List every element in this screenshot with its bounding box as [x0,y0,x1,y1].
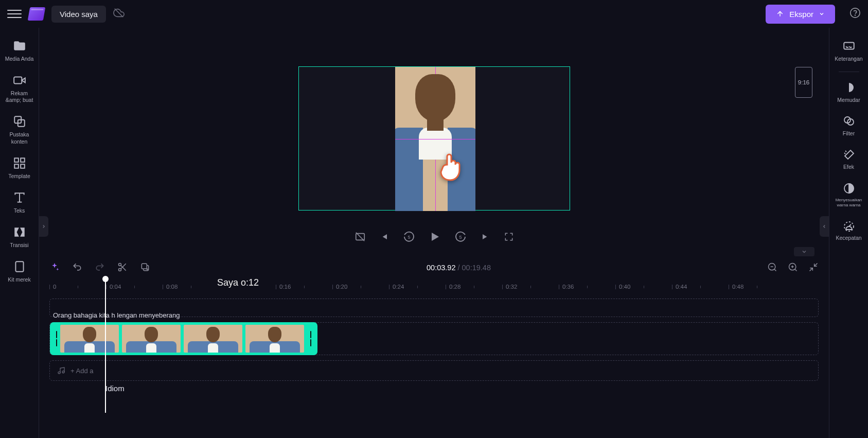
help-button[interactable] [849,7,861,21]
svg-rect-13 [15,261,23,272]
timeline-ruler[interactable]: 00:040:080:160:200:240:280:320:360:400:4… [49,279,819,294]
idiom-overlay-text: Idiom [105,384,125,393]
svg-line-35 [774,269,776,271]
export-button[interactable]: Ekspor [766,5,835,24]
sidebar-item-label: Media Anda [5,56,33,62]
ruler-tick: 0:40 [615,279,630,294]
fullscreen-button[interactable] [504,232,514,242]
rsidebar-item-captions[interactable]: Keterangan [829,35,868,66]
rsidebar-item-speed[interactable]: Kecepatan [829,215,868,246]
total-time: 00:19.48 [462,264,491,272]
clip-thumbnail [184,325,242,353]
svg-point-28 [119,268,121,271]
svg-point-44 [62,371,64,373]
ruler-minor-tick [530,279,531,294]
ruler-tick: 0:24 [389,279,404,294]
ruler-minor-tick [191,279,191,294]
svg-rect-10 [21,164,25,168]
clip-handle-right[interactable] [310,331,311,346]
svg-rect-31 [141,264,147,269]
music-icon [57,366,65,375]
redo-button[interactable] [95,262,105,274]
rsidebar-item-fade[interactable]: Memudar [829,77,868,108]
ruler-tick: 0:48 [729,279,743,294]
toggle-safe-zone-button[interactable] [355,231,366,242]
duplicate-button[interactable] [140,262,150,274]
svg-line-42 [810,268,813,271]
ruler-tick: 0:32 [502,279,517,294]
ruler-tick: 0:08 [163,279,178,294]
timeline-collapse-button[interactable] [794,247,814,256]
ruler-minor-tick [757,279,757,294]
ruler-tick: 0:04 [106,279,121,294]
zoom-out-button[interactable] [767,262,777,274]
ruler-tick: 0:44 [672,279,687,294]
ai-magic-button[interactable] [49,262,60,274]
sidebar-item-transitions[interactable]: Transisi [0,221,39,253]
rsidebar-item-label: Kecepatan [836,235,861,241]
rewind-5-button[interactable]: 5 [403,231,415,243]
clip-thumbnail [122,325,181,353]
video-track[interactable]: Orang bahagia kita h lengan menyeberang [49,322,819,355]
sidebar-item-template[interactable]: Template [0,152,39,184]
timeline-timecode: 00:03.92/00:19.48 [163,264,755,272]
clip-title: Orang bahagia kita h lengan menyeberang [53,311,180,319]
rsidebar-item-color[interactable]: Menyesuaikan warna warna [829,178,868,212]
zoom-in-button[interactable] [788,262,798,274]
app-logo-icon [28,7,46,21]
sidebar-item-text[interactable]: Teks [0,187,39,218]
sidebar-item-label: Rekam &amp; buat [6,90,33,103]
svg-marker-4 [22,78,25,83]
sidebar-item-brandkit[interactable]: Kit merek [0,256,39,287]
ruler-minor-tick [134,279,135,294]
aspect-ratio-label: 9:16 [798,79,809,85]
ruler-minor-tick [700,279,701,294]
sidebar-item-label: Teks [14,207,25,214]
export-label: Ekspor [789,10,813,19]
sync-off-icon[interactable] [113,7,125,21]
ruler-tick: 0 [49,279,56,294]
svg-rect-14 [844,43,854,49]
clip-thumbnail [60,325,119,353]
playhead[interactable] [105,279,106,413]
ruler-tick: 0:28 [446,279,460,294]
rsidebar-item-label: Keterangan [835,56,862,62]
sidebar-item-label: Kit merek [8,276,30,283]
ruler-minor-tick [587,279,588,294]
svg-rect-3 [14,77,22,84]
rsidebar-item-filter[interactable]: Filter [829,111,868,141]
ruler-tick: 0:36 [559,279,574,294]
current-time: 00:03.92 [427,264,455,272]
sidebar-item-media[interactable]: Media Anda [0,35,39,66]
undo-button[interactable] [72,262,82,274]
zoom-fit-button[interactable] [808,262,819,274]
clip-handle-left[interactable] [56,331,57,346]
sidebar-item-library[interactable]: Pustaka konten [0,111,39,149]
aspect-ratio-button[interactable]: 9:16 [795,67,812,98]
svg-line-0 [115,9,123,17]
ruler-minor-tick [644,279,644,294]
audio-track[interactable]: + Add a [49,360,819,381]
menu-button[interactable] [7,7,22,21]
sidebar-item-record[interactable]: Rekam &amp; buat [0,69,39,108]
project-title[interactable]: Video saya [51,6,106,23]
split-button[interactable] [117,262,128,274]
video-frame[interactable] [395,67,475,211]
svg-text:5: 5 [408,235,410,240]
next-frame-button[interactable] [480,232,490,242]
svg-point-2 [855,15,856,15]
ruler-minor-tick [78,279,78,294]
rsidebar-item-effects[interactable]: Efek [829,144,868,174]
audio-placeholder-text: + Add a [70,367,93,375]
video-clip[interactable] [50,322,317,355]
prev-frame-button[interactable] [379,232,389,242]
svg-rect-9 [14,164,19,168]
ruler-minor-tick [361,279,361,294]
preview-canvas[interactable] [298,66,570,211]
rsidebar-item-label: Menyesuaikan warna warna [831,198,866,208]
forward-5-button[interactable]: 5 [454,231,467,243]
play-button[interactable] [429,231,441,243]
svg-marker-25 [432,233,439,241]
rsidebar-item-label: Efek [843,164,854,170]
ruler-tick: 0:16 [276,279,291,294]
